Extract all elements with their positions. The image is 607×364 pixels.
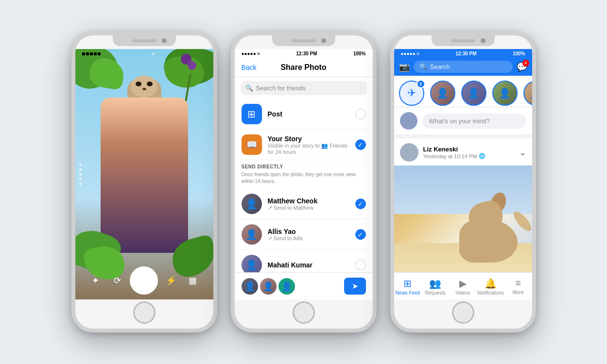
berry-2	[188, 61, 196, 70]
videos-label: Videos	[455, 290, 470, 296]
post-check[interactable]	[355, 109, 366, 119]
phone-2-screen: ●●●●● ≈ 12:30 PM 100% Back Share Photo 🔍…	[235, 49, 373, 299]
share-header: Back Share Photo	[235, 58, 373, 77]
post-box: What's on your mind?	[394, 107, 532, 138]
story-info: Your Story Visible in your story to 👥 Fr…	[268, 135, 355, 155]
flash-button[interactable]: ⚡	[162, 272, 180, 289]
search-placeholder: Search for friends	[256, 84, 306, 92]
share-list: ⊞ Post 📖 Your Story Visible in your stor…	[235, 99, 373, 272]
facebook-header: 📷 🔍 Search 💬 2	[394, 58, 532, 76]
phones-container: ≈	[62, 22, 546, 342]
more-label: More	[513, 290, 524, 295]
your-story-avatar: 👤	[430, 81, 455, 106]
share-item-post[interactable]: ⊞ Post	[235, 99, 373, 130]
allis-avatar: 👤	[242, 224, 262, 245]
post-name: Post	[268, 110, 355, 118]
allis-info: Allis Yao ↗ Send to Allis	[268, 228, 355, 242]
home-button-3[interactable]	[452, 301, 474, 324]
story-direct[interactable]: ✈ 2 Direct	[399, 81, 424, 102]
speaker	[132, 39, 156, 42]
allis-sub: ↗ Send to Allis	[268, 235, 355, 242]
front-camera-3	[481, 38, 486, 43]
fb-search-box[interactable]: 🔍 Search	[414, 61, 513, 73]
nav-notifications[interactable]: 🔔 Notifications	[477, 276, 504, 298]
camera-icon[interactable]: 📷	[399, 62, 410, 72]
home-button-2[interactable]	[293, 301, 315, 324]
post-chevron-down-icon[interactable]: ⌄	[519, 147, 526, 158]
signal-dot	[90, 52, 93, 55]
side-indicator-dots	[79, 164, 82, 185]
user-avatar	[400, 112, 417, 130]
home-button-1[interactable]	[133, 301, 156, 324]
speaker-3	[451, 39, 475, 42]
story-avatar: 📖	[242, 134, 262, 155]
story-your-story[interactable]: 👤 Your Story	[430, 81, 455, 102]
wifi-icon: ≈	[152, 51, 155, 56]
matthew-name: Matthew Cheok	[268, 197, 355, 205]
footer-avatar-extra: 👤	[278, 278, 295, 295]
leaf-top-left-2	[87, 56, 126, 90]
share-item-mahati[interactable]: 👤 Mahati Kumar	[235, 250, 373, 272]
sloth-eye-right	[147, 82, 153, 86]
news-feed-label: News Feed	[396, 290, 420, 296]
requests-icon: 👥	[429, 278, 441, 289]
share-item-allis[interactable]: 👤 Allis Yao ↗ Send to Allis ✓	[235, 219, 373, 250]
signal-2: ●●●●● ≈	[242, 51, 260, 56]
share-title: Share Photo	[280, 63, 326, 72]
allis-check[interactable]: ✓	[355, 229, 366, 240]
news-feed-icon: ⊞	[403, 278, 412, 289]
story-leo[interactable]: 👤 Leo	[523, 81, 532, 102]
speaker-2	[292, 39, 316, 42]
post-input[interactable]: What's on your mind?	[422, 114, 526, 129]
story-sub: Visible in your story to 👥 Friends for 2…	[268, 143, 355, 155]
send-directly-label: SEND DIRECTLY	[235, 160, 373, 171]
globe-icon: 🌐	[479, 153, 486, 159]
phone-3: ●●●●● ≈ 12:30 PM 100% 📷 🔍 Search 💬 2	[390, 32, 536, 332]
person-selfie	[101, 98, 188, 253]
ar-overlay: ~	[75, 49, 213, 299]
direct-badge: 2	[416, 80, 425, 88]
search-friends-bar[interactable]: 🔍 Search for friends	[241, 81, 367, 95]
messenger-badge: 2	[522, 60, 529, 66]
story-name: Your Story	[268, 135, 355, 143]
nav-requests[interactable]: 👥 Requests	[421, 276, 449, 298]
share-item-matthew[interactable]: 👤 Matthew Cheok ↗ Send to Matthew ✓	[235, 189, 373, 219]
battery-2: 100%	[353, 51, 366, 56]
story-laura[interactable]: 👤 Laura	[492, 81, 518, 102]
your-story-wrap: 👤	[430, 81, 455, 106]
direct-avatar-wrap: ✈ 2	[399, 81, 424, 106]
post-info: Post	[268, 110, 355, 118]
send-icon: ➤	[352, 281, 358, 291]
sparkle-button[interactable]: ✦	[87, 272, 104, 289]
mahati-check[interactable]	[355, 260, 366, 270]
signal-dot	[82, 52, 85, 55]
sloth-body	[127, 78, 161, 107]
signal-dots	[82, 52, 101, 55]
ring-icon[interactable]	[196, 66, 207, 77]
phone-2: ●●●●● ≈ 12:30 PM 100% Back Share Photo 🔍…	[231, 32, 377, 332]
back-button[interactable]: Back	[242, 64, 257, 71]
nav-videos[interactable]: ▶ Videos	[449, 276, 477, 298]
gallery-button[interactable]: ▦	[184, 272, 201, 289]
matthew-avatar: 👤	[242, 194, 262, 214]
story-check[interactable]: ✓	[355, 139, 366, 150]
switch-camera-button[interactable]: ⟳	[108, 272, 126, 289]
nav-more[interactable]: ≡ More	[504, 276, 532, 298]
front-camera-2	[321, 38, 326, 43]
signal-dot	[94, 52, 97, 55]
sloth-nose	[142, 88, 146, 90]
time-2: 12:30 PM	[296, 51, 317, 56]
send-button[interactable]: ➤	[344, 278, 366, 295]
messenger-button[interactable]: 💬 2	[517, 62, 527, 72]
status-bar-3: ●●●●● ≈ 12:30 PM 100%	[394, 49, 532, 58]
search-icon-fb: 🔍	[419, 63, 427, 70]
laura-avatar: 👤	[492, 81, 518, 106]
matthew-check[interactable]: ✓	[355, 199, 366, 209]
time-3: 12:30 PM	[455, 51, 476, 56]
nav-news-feed[interactable]: ⊞ News Feed	[394, 276, 422, 298]
story-sharon[interactable]: 👤 Sharon	[461, 81, 486, 102]
shutter-button[interactable]	[130, 266, 158, 295]
share-item-story[interactable]: 📖 Your Story Visible in your story to 👥 …	[235, 130, 373, 160]
sloth-face	[131, 76, 157, 98]
search-label: Search	[430, 63, 450, 70]
